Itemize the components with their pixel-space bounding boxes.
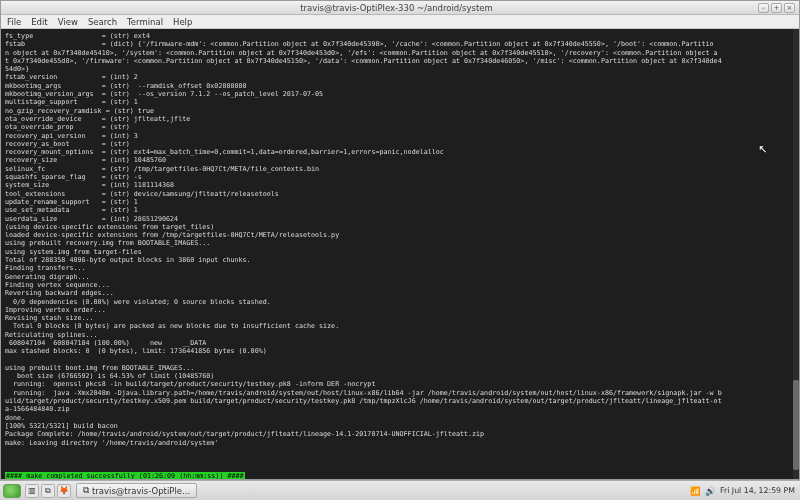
taskbar-task-terminal[interactable]: ⧉ travis@travis-OptiPle... (76, 483, 197, 498)
system-tray: 📶 🔊 Fri Jul 14, 12:59 PM (685, 486, 800, 496)
window-maximize-button[interactable]: + (771, 3, 782, 13)
terminal-output[interactable]: fs_type = (str) ext4 fstab = (dict) {'/f… (1, 29, 799, 479)
menu-bar: File Edit View Search Terminal Help (1, 15, 799, 29)
window-minimize-button[interactable]: – (758, 3, 769, 13)
terminal-launcher-icon[interactable]: ⧉ (41, 484, 55, 498)
files-launcher-icon[interactable]: ▥ (25, 484, 39, 498)
window-close-button[interactable]: × (784, 3, 795, 13)
taskbar-clock[interactable]: Fri Jul 14, 12:59 PM (720, 486, 795, 495)
menu-search[interactable]: Search (88, 17, 117, 27)
terminal-scrollbar[interactable] (793, 29, 799, 479)
task-icon: ⧉ (83, 485, 89, 496)
clock-line-1: Fri Jul 14, 12:59 PM (720, 486, 795, 495)
taskbar: ▥ ⧉ 🦊 ⧉ travis@travis-OptiPle... 📶 🔊 Fri… (0, 480, 800, 500)
window-titlebar[interactable]: travis@travis-OptiPlex-330 ~/android/sys… (1, 1, 799, 15)
task-label: travis@travis-OptiPle... (92, 486, 190, 496)
menu-help[interactable]: Help (173, 17, 192, 27)
firefox-launcher-icon[interactable]: 🦊 (57, 484, 71, 498)
menu-terminal[interactable]: Terminal (127, 17, 163, 27)
menu-edit[interactable]: Edit (31, 17, 47, 27)
window-title: travis@travis-OptiPlex-330 ~/android/sys… (35, 3, 758, 13)
menu-view[interactable]: View (58, 17, 78, 27)
menu-file[interactable]: File (7, 17, 21, 27)
scrollbar-thumb[interactable] (793, 380, 799, 470)
sound-icon[interactable]: 🔊 (705, 486, 716, 496)
network-icon[interactable]: 📶 (690, 486, 701, 496)
start-menu-button[interactable] (3, 484, 21, 498)
terminal-window: travis@travis-OptiPlex-330 ~/android/sys… (0, 0, 800, 480)
